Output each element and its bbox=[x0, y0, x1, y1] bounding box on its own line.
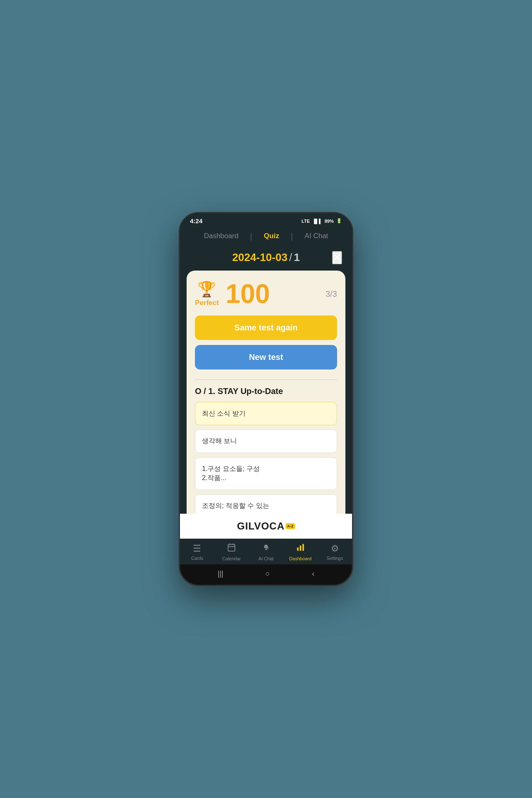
trophy-label: 🏆 Perfect bbox=[195, 281, 219, 307]
nav-quiz[interactable]: Quiz bbox=[252, 230, 291, 242]
close-button[interactable]: ✕ bbox=[332, 251, 342, 264]
answer-option-3[interactable]: 1.구성 요소들; 구성 2.작품... bbox=[195, 457, 337, 490]
date-header: 2024-10-03 / 1 ✕ bbox=[180, 247, 352, 271]
phone-shell: 4:24 LTE ▐▌▌ 89% 🔋 Dashboard | Quiz | AI… bbox=[179, 212, 353, 586]
lte-icon: LTE bbox=[302, 219, 310, 224]
date-text: 2024-10-03 bbox=[232, 251, 288, 264]
battery-text: 89% bbox=[325, 219, 334, 224]
svg-rect-7 bbox=[300, 545, 301, 551]
main-scroll: 🏆 Perfect 100 3/3 Same test again New te… bbox=[180, 271, 352, 514]
signal-icon: ▐▌▌ bbox=[313, 219, 322, 224]
nav-dashboard[interactable]: Dashboard bbox=[192, 230, 250, 242]
trophy-icon: 🏆 bbox=[197, 281, 216, 298]
settings-label: Settings bbox=[327, 556, 343, 561]
brand-footer: GILVOCA A-Z bbox=[180, 514, 352, 539]
answer-option-2[interactable]: 생각해 보니 bbox=[195, 429, 337, 453]
cards-label: Cards bbox=[191, 556, 203, 561]
nav-ai-chat[interactable]: AI Chat bbox=[293, 230, 340, 242]
back-button[interactable]: ||| bbox=[218, 569, 224, 578]
cards-icon: ☰ bbox=[193, 543, 201, 554]
home-button[interactable]: ○ bbox=[266, 569, 270, 578]
score-number: 100 bbox=[226, 281, 270, 307]
answer-option-4[interactable]: 조정의; 적응할 수 있는 bbox=[195, 494, 337, 514]
answer-option-1[interactable]: 최신 소식 받기 bbox=[195, 402, 337, 425]
date-number: 1 bbox=[294, 251, 300, 264]
calendar-label: Calendar bbox=[222, 556, 241, 561]
battery-icon: 🔋 bbox=[336, 218, 342, 224]
new-test-button[interactable]: New test bbox=[195, 345, 337, 369]
date-slash: / bbox=[289, 251, 292, 264]
score-fraction: 3/3 bbox=[325, 289, 337, 299]
svg-rect-8 bbox=[302, 544, 304, 551]
score-section: 🏆 Perfect 100 3/3 bbox=[195, 281, 337, 307]
dashboard-label: Dashboard bbox=[289, 556, 312, 561]
svg-rect-0 bbox=[228, 544, 235, 552]
bottom-nav-ai-chat[interactable]: AI Chat bbox=[254, 543, 278, 561]
bottom-nav-settings[interactable]: ⚙ Settings bbox=[323, 543, 347, 561]
phone-inner: 4:24 LTE ▐▌▌ 89% 🔋 Dashboard | Quiz | AI… bbox=[180, 213, 352, 585]
status-time: 4:24 bbox=[190, 217, 202, 224]
top-nav: Dashboard | Quiz | AI Chat bbox=[180, 227, 352, 247]
status-bar: 4:24 LTE ▐▌▌ 89% 🔋 bbox=[180, 213, 352, 227]
ai-chat-icon bbox=[261, 543, 271, 554]
svg-rect-6 bbox=[297, 547, 299, 551]
bottom-nav-dashboard[interactable]: Dashboard bbox=[288, 543, 313, 561]
bottom-nav-calendar[interactable]: Calendar bbox=[219, 543, 244, 561]
calendar-icon bbox=[227, 543, 236, 554]
ai-chat-bottom-label: AI Chat bbox=[259, 556, 274, 561]
result-card: 🏆 Perfect 100 3/3 Same test again New te… bbox=[187, 271, 345, 514]
same-test-button[interactable]: Same test again bbox=[195, 315, 337, 340]
recents-button[interactable]: ‹ bbox=[312, 569, 314, 578]
perfect-label: Perfect bbox=[195, 299, 219, 307]
status-icons: LTE ▐▌▌ 89% 🔋 bbox=[302, 218, 342, 224]
bottom-nav-cards[interactable]: ☰ Cards bbox=[185, 543, 209, 561]
brand-badge: A-Z bbox=[286, 523, 295, 529]
svg-point-5 bbox=[266, 547, 269, 549]
system-nav: ||| ○ ‹ bbox=[180, 564, 352, 585]
section-divider bbox=[195, 379, 337, 380]
question-title: O / 1. STAY Up-to-Date bbox=[195, 387, 337, 396]
settings-icon: ⚙ bbox=[331, 543, 339, 554]
dashboard-icon bbox=[296, 543, 305, 554]
brand-name: GILVOCA bbox=[237, 520, 285, 532]
bottom-nav: ☰ Cards Calendar bbox=[180, 539, 352, 564]
